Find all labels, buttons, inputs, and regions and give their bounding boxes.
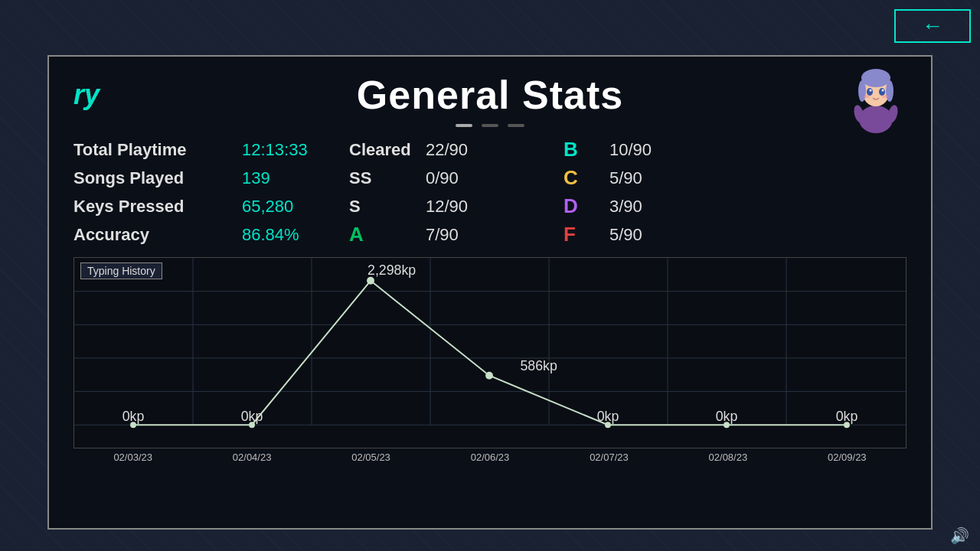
svg-point-7	[886, 80, 893, 102]
grade-f-value: 5/90	[609, 225, 701, 245]
sound-icon[interactable]: 🔊	[950, 527, 969, 545]
s-label: S	[349, 197, 426, 217]
x-axis: 02/03/23 02/04/23 02/05/23 02/06/23 02/0…	[74, 448, 906, 463]
ss-value: 0/90	[426, 168, 564, 188]
svg-text:0kp: 0kp	[836, 409, 858, 424]
total-playtime-value: 12:13:33	[242, 140, 349, 160]
accuracy-value: 86.84%	[242, 225, 349, 245]
grade-f-letter: F	[564, 223, 609, 246]
svg-text:0kp: 0kp	[597, 409, 619, 424]
s-value: 12/90	[426, 197, 564, 217]
grade-a-label: A	[349, 223, 426, 246]
cleared-value: 22/90	[426, 140, 564, 160]
keys-pressed-value: 65,280	[242, 197, 349, 217]
accuracy-label: Accuracy	[74, 225, 242, 245]
svg-point-12	[864, 95, 870, 98]
x-label-2: 02/05/23	[312, 452, 430, 463]
x-label-5: 02/08/23	[668, 452, 787, 463]
chart-svg: 0kp 0kp 2,298kp 586kp 0kp 0kp 0kp	[74, 258, 906, 448]
svg-point-27	[367, 277, 374, 285]
svg-point-28	[485, 372, 493, 380]
svg-point-11	[882, 90, 884, 92]
chart-title: Typing History	[80, 262, 162, 279]
x-label-1: 02/04/23	[192, 452, 311, 463]
svg-text:586kp: 586kp	[520, 358, 557, 373]
grade-b-letter: B	[564, 138, 609, 161]
username: ry	[74, 79, 100, 111]
x-label-0: 02/03/23	[74, 452, 192, 463]
header: ry General Stats	[74, 72, 906, 118]
grade-d-letter: D	[564, 194, 609, 218]
svg-text:2,298kp: 2,298kp	[368, 262, 416, 278]
grade-d-value: 3/90	[609, 197, 701, 217]
tab-dots	[74, 124, 906, 127]
svg-point-5	[861, 69, 890, 87]
page-title: General Stats	[357, 72, 623, 118]
ss-label: SS	[349, 168, 426, 188]
main-panel: ry General Stats	[47, 55, 933, 530]
tab-dot-3[interactable]	[508, 124, 524, 127]
back-button[interactable]: ←	[894, 9, 971, 43]
svg-point-9	[879, 88, 885, 96]
avatar	[845, 64, 906, 126]
songs-played-value: 139	[242, 168, 349, 188]
stats-grid: Total Playtime 12:13:33 Cleared 22/90 B …	[74, 138, 906, 246]
grade-c-value: 5/90	[609, 168, 701, 188]
cleared-label: Cleared	[349, 140, 426, 160]
svg-point-0	[859, 106, 893, 133]
grade-b-value: 10/90	[609, 140, 701, 160]
a-value: 7/90	[426, 225, 564, 245]
keys-pressed-label: Keys Pressed	[74, 197, 242, 217]
svg-point-6	[858, 80, 866, 102]
x-label-4: 02/07/23	[550, 452, 668, 463]
songs-played-label: Songs Played	[74, 168, 242, 188]
tab-dot-1[interactable]	[456, 124, 472, 127]
x-label-3: 02/06/23	[430, 452, 549, 463]
total-playtime-label: Total Playtime	[74, 140, 242, 160]
grade-c-letter: C	[564, 166, 609, 190]
svg-point-8	[867, 88, 873, 96]
tab-dot-2[interactable]	[482, 124, 498, 127]
back-arrow-icon: ←	[922, 15, 943, 37]
chart-container: Typing History	[74, 257, 906, 448]
svg-text:0kp: 0kp	[122, 409, 145, 424]
x-label-6: 02/09/23	[788, 452, 906, 463]
svg-text:0kp: 0kp	[716, 409, 738, 424]
svg-point-13	[882, 95, 888, 98]
svg-text:0kp: 0kp	[241, 409, 263, 424]
svg-point-10	[870, 90, 872, 92]
